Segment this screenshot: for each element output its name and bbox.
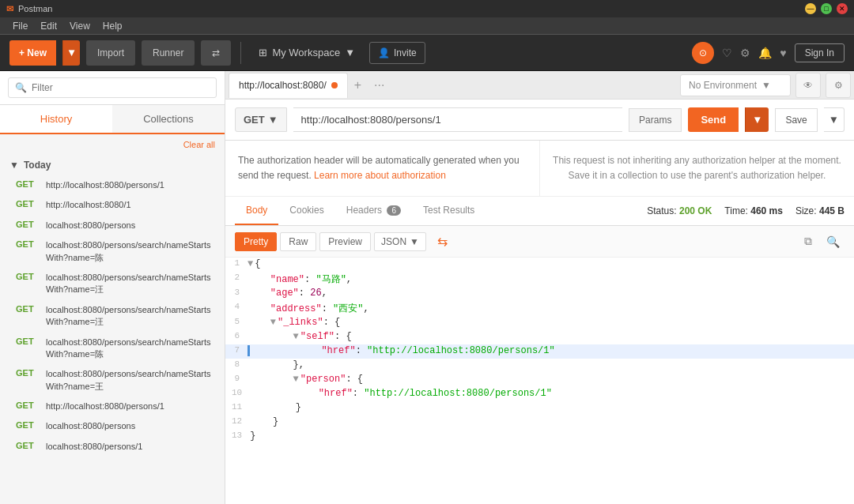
minimize-button[interactable]: — [805,3,816,14]
tab-options-button[interactable]: ··· [368,78,391,92]
auth-right-panel: This request is not inheriting any autho… [540,141,854,196]
send-arrow-button[interactable]: ▼ [745,107,769,132]
list-item[interactable]: GET localhost:8080/persons/search/nameSt… [0,364,225,397]
group-arrow-icon: ▼ [9,160,19,171]
filter-input[interactable] [32,82,210,93]
save-button[interactable]: Save [775,108,817,132]
list-item[interactable]: GET localhost:8080/persons/search/nameSt… [0,300,225,333]
response-tab-headers[interactable]: Headers 6 [335,197,412,225]
menu-bar: File Edit View Help [0,17,854,35]
notifications-icon[interactable]: ♡ [722,47,732,59]
beautify-button[interactable]: ⇆ [429,231,455,252]
menu-file[interactable]: File [6,19,34,33]
heart-icon[interactable]: ♥ [780,47,786,59]
code-line-3: 3 "age": 26, [225,287,854,301]
list-item[interactable]: GET localhost:8080/persons/search/nameSt… [0,235,225,268]
raw-button[interactable]: Raw [280,232,316,251]
response-tab-test-results[interactable]: Test Results [412,197,486,225]
history-url: localhost:8080/persons [46,220,135,231]
response-tab-cookies[interactable]: Cookies [278,197,334,225]
app-icon: ✉ [6,4,13,14]
format-type-select[interactable]: JSON ▼ [374,232,426,251]
pretty-button[interactable]: Pretty [235,232,277,251]
maximize-button[interactable]: □ [821,3,832,14]
method-badge: GET [16,368,40,378]
workspace-grid-icon: ⊞ [259,47,267,58]
method-select[interactable]: GET ▼ [235,107,287,132]
method-badge: GET [16,179,40,189]
auth-learn-more-link[interactable]: Learn more about authorization [314,170,446,181]
time-value: 460 ms [750,205,783,216]
method-badge: GET [16,441,40,450]
sidebar-tab-collections[interactable]: Collections [112,105,225,133]
menu-help[interactable]: Help [96,19,129,33]
code-line-6: 6 ▼"self": { [225,330,854,344]
workspace-button[interactable]: ⊞ My Workspace ▼ [251,40,363,66]
search-button[interactable]: 🔍 [822,233,845,250]
sync-icon: ⊙ [699,47,707,58]
sync-button[interactable]: ⊙ [692,42,714,64]
preview-button[interactable]: Preview [319,232,371,251]
list-item[interactable]: GET http://localhost:8080/persons/1 [0,397,225,416]
proxy-button[interactable]: ⇄ [201,40,231,66]
env-settings-button[interactable]: ⚙ [826,73,851,98]
list-item[interactable]: GET http://localhost:8080/1 [0,195,225,215]
code-line-7: 7 "href": "http://localhost:8080/persons… [225,344,854,359]
auth-left-panel: The authorization header will be automat… [225,141,540,196]
bell-icon[interactable]: 🔔 [758,47,772,59]
invite-icon: 👤 [378,47,390,58]
close-button[interactable]: ✕ [837,3,848,14]
add-tab-button[interactable]: + [348,78,368,92]
method-badge: GET [16,401,40,410]
send-button[interactable]: Send [688,107,739,132]
environment-select[interactable]: No Environment ▼ [680,74,791,96]
method-badge: GET [16,220,40,229]
sidebar-tab-history[interactable]: History [0,105,112,134]
method-arrow-icon: ▼ [268,114,278,126]
list-item[interactable]: GET localhost:8080/persons/search/nameSt… [0,268,225,300]
title-bar: ✉ Postman — □ ✕ [0,0,854,17]
list-item[interactable]: GET localhost:8080/persons/search/nameSt… [0,333,225,365]
tab-url-label: http://localhost:8080/ [239,80,327,91]
size-value: 445 B [819,205,845,216]
history-url: localhost:8080/persons/search/nameStarts… [46,239,215,264]
new-arrow-button[interactable]: ▼ [62,40,80,66]
env-arrow-icon: ▼ [761,80,771,91]
copy-button[interactable]: ⧉ [799,233,817,250]
params-button[interactable]: Params [629,108,682,132]
method-badge: GET [16,199,40,209]
app-title: Postman [18,4,805,13]
env-label: No Environment [689,80,757,91]
response-tabs: Body Cookies Headers 6 Test Results Stat… [225,197,854,226]
list-item[interactable]: GET localhost:8080/persons [0,216,225,235]
method-badge: GET [16,304,40,314]
save-arrow-button[interactable]: ▼ [824,107,845,132]
clear-all-button[interactable]: Clear all [183,140,215,149]
new-button[interactable]: + New [9,40,56,66]
method-badge: GET [16,337,40,346]
import-button[interactable]: Import [86,40,135,66]
eye-icon: 👁 [803,80,813,91]
sign-in-button[interactable]: Sign In [795,43,845,62]
workspace-label: My Workspace [272,47,340,58]
url-input[interactable] [293,107,622,132]
list-item[interactable]: GET localhost:8080/persons [0,416,225,436]
runner-button[interactable]: Runner [142,40,195,66]
list-item[interactable]: GET localhost:8080/persons/1 [0,437,225,457]
env-eye-button[interactable]: 👁 [795,73,821,98]
menu-view[interactable]: View [63,19,96,33]
auth-helper-text: This request is not inheriting any autho… [553,153,841,183]
history-url: localhost:8080/persons/search/nameStarts… [46,368,215,393]
status-value: 200 OK [679,205,712,216]
invite-label: Invite [394,47,417,58]
code-view: 1 ▼{ 2 "name": "马路", 3 "age": 26, 4 "add… [225,258,854,504]
time-label: Time: 460 ms [724,205,783,216]
menu-edit[interactable]: Edit [34,19,63,33]
settings-icon[interactable]: ⚙ [740,47,750,59]
list-item[interactable]: GET http://localhost:8080/persons/1 [0,175,225,195]
response-tab-body[interactable]: Body [235,197,278,225]
history-url: localhost:8080/persons/search/nameStarts… [46,272,215,296]
format-bar: Pretty Raw Preview JSON ▼ ⇆ ⧉ 🔍 [225,226,854,258]
invite-button[interactable]: 👤 Invite [369,42,425,64]
active-request-tab[interactable]: http://localhost:8080/ [229,73,348,98]
